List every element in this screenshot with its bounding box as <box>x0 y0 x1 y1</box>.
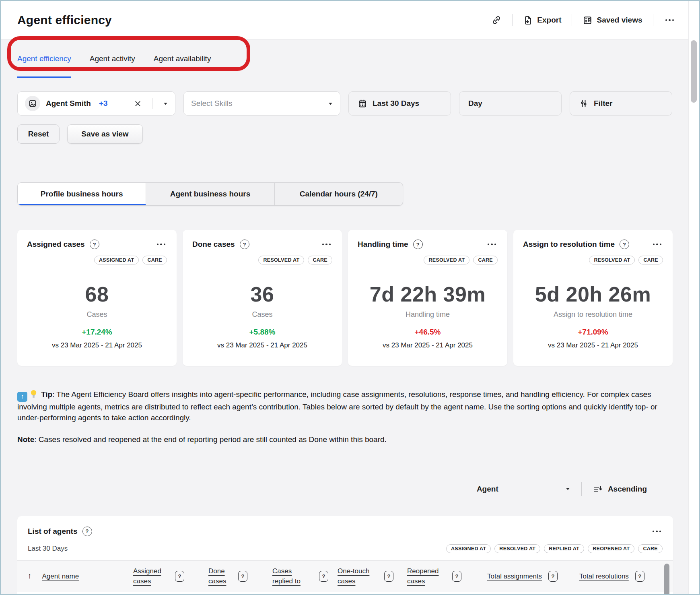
saved-views-icon <box>583 15 593 25</box>
status-badge: RESOLVED AT <box>258 256 304 264</box>
tab-calendar-hours[interactable]: Calendar hours (24/7) <box>275 183 403 205</box>
metric-delta: +46.5% <box>358 328 498 337</box>
help-icon[interactable]: ? <box>548 571 558 582</box>
metric-card-handling-time: Handling time ? RESOLVED AT CARE 7d 22h … <box>348 230 507 366</box>
help-icon[interactable]: ? <box>384 571 393 582</box>
reset-button[interactable]: Reset <box>17 124 60 144</box>
more-options-icon[interactable] <box>155 242 167 247</box>
tab-agent-efficiency[interactable]: Agent efficiency <box>17 39 71 78</box>
agent-filter-value: Agent Smith <box>46 99 91 108</box>
tab-profile-business-hours[interactable]: Profile business hours <box>18 183 146 205</box>
tab-agent-availability[interactable]: Agent availability <box>154 39 211 78</box>
column-done-cases[interactable]: Done cases ? <box>208 566 272 587</box>
status-badge: ASSIGNED AT <box>446 544 491 553</box>
save-as-view-button[interactable]: Save as view <box>67 124 143 144</box>
status-badge: CARE <box>638 256 663 264</box>
help-icon[interactable]: ? <box>90 240 99 249</box>
help-icon[interactable]: ? <box>413 240 423 249</box>
metric-card-assign-to-resolution: Assign to resolution time ? RESOLVED AT … <box>513 230 673 366</box>
column-agent-name[interactable]: ↑ Agent name <box>28 571 133 582</box>
table-header-row: ↑ Agent name Assigned cases ? Done cases… <box>17 560 673 592</box>
saved-views-label: Saved views <box>597 16 642 25</box>
date-range-label: Last 30 Days <box>373 99 419 108</box>
header: Agent efficiency Export <box>1 1 699 39</box>
status-badge: REOPENED AT <box>588 544 634 553</box>
help-icon[interactable]: ? <box>238 571 247 582</box>
help-icon[interactable]: ? <box>240 240 249 249</box>
app-window: Agent efficiency Export <box>0 0 700 595</box>
up-arrow-emoji: ↑ <box>17 392 27 402</box>
more-options-icon[interactable] <box>486 242 498 247</box>
tip-label: Tip <box>41 390 52 399</box>
calendar-icon <box>358 99 367 108</box>
status-badge: RESOLVED AT <box>424 256 469 264</box>
status-badge: RESOLVED AT <box>589 256 635 264</box>
table-scrollbar-thumb[interactable] <box>664 564 669 595</box>
filter-actions: Reset Save as view <box>17 124 683 144</box>
tab-agent-activity[interactable]: Agent activity <box>90 39 135 78</box>
filter-button[interactable]: Filter <box>570 91 672 116</box>
interval-label: Day <box>468 99 482 108</box>
date-range-button[interactable]: Last 30 Days <box>348 91 451 116</box>
status-badge: RESOLVED AT <box>494 544 540 553</box>
help-icon[interactable]: ? <box>635 571 644 582</box>
interval-button[interactable]: Day <box>459 91 562 116</box>
metric-unit: Assign to resolution time <box>523 310 663 319</box>
column-assigned-cases[interactable]: Assigned cases ? <box>133 566 208 587</box>
table-badges: ASSIGNED AT RESOLVED AT REPLIED AT REOPE… <box>446 544 663 553</box>
page-scrollbar-track[interactable] <box>688 1 699 594</box>
column-cases-replied-to[interactable]: Cases replied to ? <box>272 566 338 587</box>
chevron-down-icon <box>666 488 671 490</box>
metric-value: 5d 20h 26m <box>523 282 663 306</box>
export-button[interactable]: Export <box>523 15 561 25</box>
status-badge: CARE <box>142 256 167 264</box>
close-icon[interactable] <box>134 100 141 107</box>
metric-compare-period: vs 23 Mar 2025 - 21 Apr 2025 <box>192 341 332 349</box>
sort-order-dropdown[interactable]: Ascending <box>593 485 671 494</box>
column-total-assignments[interactable]: Total assignments ? <box>487 571 579 582</box>
column-reopened-cases[interactable]: Reopened cases ? <box>407 566 487 587</box>
tip-text: ↑Tip: The Agent Efficiency Board offers … <box>17 389 664 424</box>
filter-label: Filter <box>594 99 612 108</box>
chevron-down-icon[interactable] <box>163 102 168 105</box>
sort-controls: Agent Ascending <box>17 482 671 496</box>
status-badge: ASSIGNED AT <box>94 256 139 264</box>
sort-field-dropdown[interactable]: Agent <box>477 485 570 494</box>
sort-ascending-arrow-icon: ↑ <box>28 572 32 581</box>
divider <box>152 98 152 109</box>
metric-compare-period: vs 23 Mar 2025 - 21 Apr 2025 <box>523 341 663 349</box>
card-title: Done cases <box>192 240 235 249</box>
help-icon[interactable]: ? <box>319 571 328 582</box>
agent-filter-overflow-count[interactable]: +3 <box>99 99 108 108</box>
help-icon[interactable]: ? <box>82 527 92 536</box>
divider <box>653 14 653 26</box>
metric-unit: Cases <box>27 310 167 319</box>
metric-compare-period: vs 23 Mar 2025 - 21 Apr 2025 <box>358 341 498 349</box>
metric-cards: Assigned cases ? ASSIGNED AT CARE 68 Cas… <box>17 230 683 366</box>
metric-unit: Cases <box>192 310 332 319</box>
more-options-icon[interactable] <box>664 18 676 23</box>
filter-sliders-icon <box>579 99 589 108</box>
avatar <box>25 96 40 111</box>
metric-delta: +17.24% <box>27 328 167 337</box>
help-icon[interactable]: ? <box>175 571 184 582</box>
tab-agent-business-hours[interactable]: Agent business hours <box>146 183 274 205</box>
board-tabs: Agent efficiency Agent activity Agent av… <box>1 39 699 78</box>
column-one-touch-cases[interactable]: One-touch cases ? <box>338 566 407 587</box>
divider <box>512 14 513 26</box>
more-options-icon[interactable] <box>651 529 663 534</box>
help-icon[interactable]: ? <box>452 571 461 582</box>
link-icon[interactable] <box>491 15 502 25</box>
saved-views-button[interactable]: Saved views <box>583 15 642 25</box>
column-total-resolutions[interactable]: Total resolutions ? <box>579 571 665 582</box>
more-options-icon[interactable] <box>321 242 333 247</box>
metric-value: 7d 22h 39m <box>358 282 498 306</box>
card-title: Assign to resolution time <box>523 240 615 249</box>
skills-select[interactable]: Select Skills <box>183 91 340 116</box>
filters-row: Agent Smith +3 Select Skills <box>17 91 683 116</box>
page-scrollbar-thumb[interactable] <box>691 40 697 103</box>
metric-unit: Handling time <box>358 310 498 319</box>
agent-filter-chip[interactable]: Agent Smith +3 <box>17 91 175 116</box>
more-options-icon[interactable] <box>651 242 663 247</box>
help-icon[interactable]: ? <box>620 240 629 249</box>
